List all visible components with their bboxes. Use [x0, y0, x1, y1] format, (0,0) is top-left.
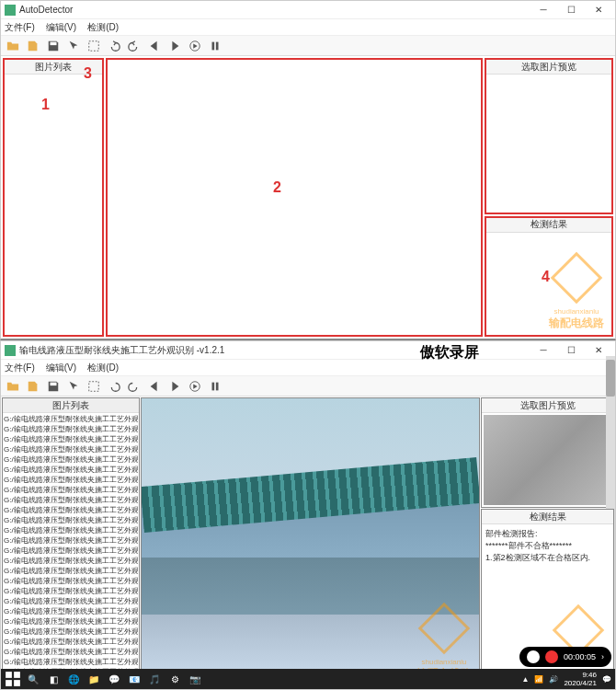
preview-panel: 选取图片预览 — [481, 397, 614, 508]
notification-icon[interactable]: 💬 — [602, 675, 611, 684]
list-item[interactable]: G:/输电线路液压型耐张线夹施工工艺外观识别方法研究与自动识别工具 — [4, 414, 138, 424]
list-item[interactable]: G:/输电线路液压型耐张线夹施工工艺外观识别方法研究与自动识别工具 — [4, 596, 138, 606]
close-button[interactable]: ✕ — [586, 2, 611, 18]
next-icon[interactable] — [166, 378, 183, 395]
watermark-logo-icon — [549, 250, 604, 305]
list-item[interactable]: G:/输电线路液压型耐张线夹施工工艺外观识别方法研究与自动识别工具 — [4, 556, 138, 566]
list-item[interactable]: G:/输电线路液压型耐张线夹施工工艺外观识别方法研究与自动识别工具 — [4, 485, 138, 495]
list-item[interactable]: G:/输电线路液压型耐张线夹施工工艺外观识别方法研究与自动识别工具 — [4, 657, 138, 667]
redo-icon[interactable] — [126, 378, 143, 395]
list-item[interactable]: G:/输电线路液压型耐张线夹施工工艺外观识别方法研究与自动识别工具 — [4, 586, 138, 596]
taskbar-app-icon[interactable]: 📷 — [187, 671, 203, 687]
svg-rect-1 — [89, 40, 99, 51]
result-line: 1.第2检测区域不在合格区内. — [485, 552, 610, 564]
next-icon[interactable] — [166, 38, 183, 54]
list-item[interactable]: G:/输电线路液压型耐张线夹施工工艺外观识别方法研究与自动识别工具 — [4, 525, 138, 535]
main-image-view[interactable]: shudianxianlu 输配电线路 — [141, 397, 480, 688]
list-item[interactable]: G:/输电线路液压型耐张线夹施工工艺外观识别方法研究与自动识别工具 — [4, 465, 138, 475]
clock-time[interactable]: 9:46 — [564, 671, 597, 679]
list-item[interactable]: G:/输电线路液压型耐张线夹施工工艺外观识别方法研究与自动识别工具 — [4, 546, 138, 556]
menu-detect[interactable]: 检测(D) — [87, 362, 119, 374]
cursor-icon[interactable] — [65, 38, 82, 54]
recorder-controls[interactable]: 00:00:05 › — [519, 647, 611, 667]
list-item[interactable]: G:/输电线路液压型耐张线夹施工工艺外观识别方法研究与自动识别工具 — [4, 616, 138, 627]
list-item[interactable]: G:/输电线路液压型耐张线夹施工工艺外观识别方法研究与自动识别工具 — [4, 606, 138, 616]
file-list[interactable]: G:/输电线路液压型耐张线夹施工工艺外观识别方法研究与自动识别工具G:/输电线路… — [3, 413, 139, 687]
save-icon[interactable] — [45, 378, 62, 395]
cursor-icon[interactable] — [65, 378, 82, 395]
toolbar — [1, 36, 615, 56]
open-file-icon[interactable] — [25, 38, 41, 54]
taskbar-app-icon[interactable]: 🎵 — [146, 671, 163, 687]
select-icon[interactable] — [86, 378, 102, 395]
menu-edit[interactable]: 编辑(V) — [46, 362, 76, 374]
pause-icon[interactable] — [207, 378, 223, 395]
list-item[interactable]: G:/输电线路液压型耐张线夹施工工艺外观识别方法研究与自动识别工具 — [4, 444, 138, 454]
undo-icon[interactable] — [106, 38, 122, 54]
volume-icon[interactable]: 🔊 — [549, 675, 558, 684]
list-item[interactable]: G:/输电线路液压型耐张线夹施工工艺外观识别方法研究与自动识别工具 — [4, 647, 138, 657]
image-list-panel: 图片列表 1 — [3, 58, 104, 337]
watermark-pinyin: shudianxianlu — [549, 307, 604, 316]
main-view-panel[interactable]: 2 — [106, 58, 483, 337]
list-item[interactable]: G:/输电线路液压型耐张线夹施工工艺外观识别方法研究与自动识别工具 — [4, 424, 138, 434]
search-icon[interactable]: 🔍 — [25, 671, 41, 687]
menu-file[interactable]: 文件(F) — [5, 362, 35, 374]
network-icon[interactable]: 📶 — [534, 675, 543, 684]
open-folder-icon[interactable] — [5, 378, 21, 395]
minimize-button[interactable]: ─ — [530, 2, 556, 18]
menu-edit[interactable]: 编辑(V) — [46, 21, 76, 34]
list-item[interactable]: G:/输电线路液压型耐张线夹施工工艺外观识别方法研究与自动识别工具 — [4, 505, 138, 515]
svg-rect-12 — [6, 680, 12, 686]
play-icon[interactable] — [187, 378, 203, 395]
result-text: 部件检测报告: *******部件不合格******* 1.第2检测区域不在合格… — [482, 524, 613, 568]
list-item[interactable]: G:/输电线路液压型耐张线夹施工工艺外观识别方法研究与自动识别工具 — [4, 434, 138, 444]
list-item[interactable]: G:/输电线路液压型耐张线夹施工工艺外观识别方法研究与自动识别工具 — [4, 637, 138, 647]
select-icon[interactable] — [86, 38, 102, 54]
list-item[interactable]: G:/输电线路液压型耐张线夹施工工艺外观识别方法研究与自动识别工具 — [4, 627, 138, 637]
minimize-button[interactable]: ─ — [530, 342, 556, 359]
list-item[interactable]: G:/输电线路液压型耐张线夹施工工艺外观识别方法研究与自动识别工具 — [4, 535, 138, 546]
record-expand-icon[interactable]: › — [601, 652, 604, 661]
list-item[interactable]: G:/输电线路液压型耐张线夹施工工艺外观识别方法研究与自动识别工具 — [4, 576, 138, 586]
taskbar-app-icon[interactable]: 🌐 — [65, 671, 82, 687]
taskbar[interactable]: 🔍 ◧ 🌐 📁 💬 📧 🎵 ⚙ 📷 ▲ 📶 🔊 9:46 2020/4/21 💬 — [1, 669, 615, 689]
undo-icon[interactable] — [106, 378, 122, 395]
taskbar-app-icon[interactable]: 📧 — [126, 671, 143, 687]
maximize-button[interactable]: ☐ — [558, 342, 584, 359]
titlebar[interactable]: AutoDetector ─ ☐ ✕ — [1, 1, 615, 19]
maximize-button[interactable]: ☐ — [558, 2, 584, 18]
svg-rect-4 — [216, 41, 219, 50]
list-item[interactable]: G:/输电线路液压型耐张线夹施工工艺外观识别方法研究与自动识别工具 — [4, 515, 138, 525]
taskbar-app-icon[interactable]: ⚙ — [166, 671, 183, 687]
redo-icon[interactable] — [126, 38, 143, 54]
tray-icon[interactable]: ▲ — [521, 675, 529, 684]
taskbar-app-icon[interactable]: 📁 — [86, 671, 102, 687]
save-icon[interactable] — [45, 38, 62, 54]
content-area: 图片列表 G:/输电线路液压型耐张线夹施工工艺外观识别方法研究与自动识别工具G:… — [1, 397, 615, 689]
start-button[interactable] — [5, 671, 21, 687]
menu-file[interactable]: 文件(F) — [5, 21, 35, 34]
open-folder-icon[interactable] — [5, 38, 21, 54]
list-item[interactable]: G:/输电线路液压型耐张线夹施工工艺外观识别方法研究与自动识别工具 — [4, 454, 138, 465]
system-tray[interactable]: ▲ 📶 🔊 9:46 2020/4/21 💬 — [521, 671, 611, 687]
prev-icon[interactable] — [146, 378, 163, 395]
taskbar-app-icon[interactable]: 💬 — [106, 671, 122, 687]
play-icon[interactable] — [187, 38, 203, 54]
record-stop-button[interactable] — [545, 650, 558, 663]
menu-detect[interactable]: 检测(D) — [87, 21, 119, 34]
task-view-icon[interactable]: ◧ — [45, 671, 62, 687]
clock-date[interactable]: 2020/4/21 — [564, 679, 597, 687]
annotation-2: 2 — [273, 179, 281, 196]
preview-image[interactable] — [484, 415, 611, 505]
record-pause-button[interactable] — [527, 650, 540, 663]
pause-icon[interactable] — [207, 38, 223, 54]
titlebar[interactable]: 输电线路液压型耐张线夹施工工艺外观识别 -v1.2.1 ─ ☐ ✕ — [1, 341, 615, 360]
list-item[interactable]: G:/输电线路液压型耐张线夹施工工艺外观识别方法研究与自动识别工具 — [4, 495, 138, 505]
list-item[interactable]: G:/输电线路液压型耐张线夹施工工艺外观识别方法研究与自动识别工具 — [4, 475, 138, 485]
right-column: 选取图片预览 检测结果 部件检测报告: *******部件不合格******* … — [481, 397, 614, 688]
prev-icon[interactable] — [146, 38, 163, 54]
open-file-icon[interactable] — [25, 378, 41, 395]
svg-rect-3 — [212, 41, 215, 50]
list-item[interactable]: G:/输电线路液压型耐张线夹施工工艺外观识别方法研究与自动识别工具 — [4, 566, 138, 576]
